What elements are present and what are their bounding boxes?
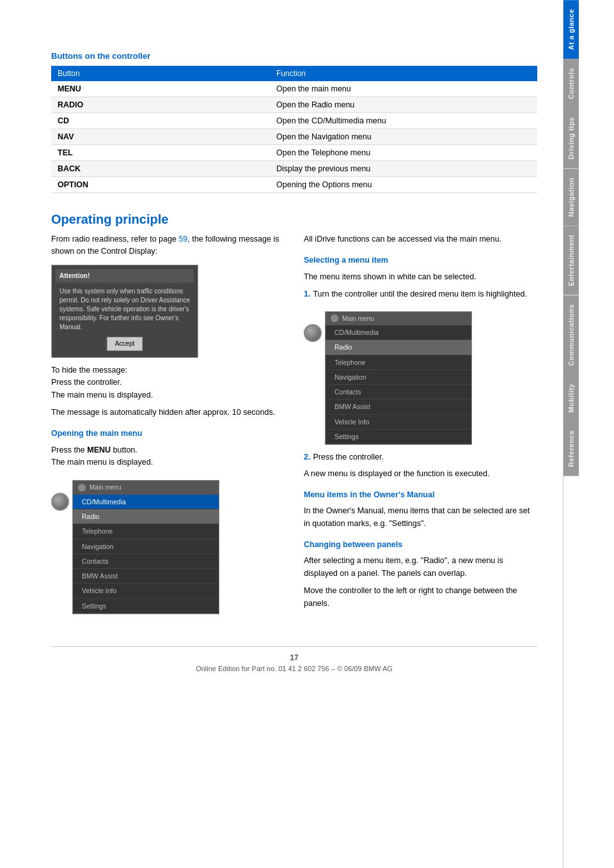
op-heading: Operating principle (51, 212, 537, 227)
menu-item[interactable]: CD/Multimedia (73, 495, 219, 509)
auto-hidden-text: The message is automatically hidden afte… (51, 407, 285, 419)
function-cell: Open the Radio menu (270, 97, 537, 113)
sidebar-tab-reference[interactable]: Reference (563, 421, 579, 476)
button-cell: RADIO (51, 97, 270, 113)
function-cell: Opening the Options menu (270, 177, 537, 193)
changing-panels-text2: Move the controller to the left or right… (304, 585, 537, 610)
owners-manual-heading: Menu items in the Owner's Manual (304, 489, 537, 501)
main-menu-with-knob: Main menu CD/MultimediaRadioTelephoneNav… (51, 474, 285, 621)
button-cell: TEL (51, 145, 270, 161)
menu-button-label: MENU (87, 446, 111, 454)
menu-item[interactable]: Contacts (326, 385, 471, 399)
button-cell: NAV (51, 129, 270, 145)
left-column: From radio readiness, refer to page 59, … (51, 233, 285, 621)
menu-item[interactable]: CD/Multimedia (326, 325, 471, 340)
menu-item[interactable]: Settings (73, 599, 219, 614)
table-row: OPTIONOpening the Options menu (51, 177, 537, 193)
menu-title-icon-right (331, 314, 338, 322)
function-cell: Open the main menu (270, 81, 537, 97)
menu-item[interactable]: Telephone (326, 355, 471, 370)
table-row: MENUOpen the main menu (51, 81, 537, 97)
owners-manual-text: In the Owner's Manual, menu items that c… (304, 505, 537, 530)
menu-item[interactable]: Radio (73, 509, 219, 524)
menu-item[interactable]: BMW Assist (73, 569, 219, 584)
button-cell: MENU (51, 81, 270, 97)
main-menu-screen-left: Main menu CD/MultimediaRadioTelephoneNav… (72, 480, 219, 614)
menu-items-right: CD/MultimediaRadioTelephoneNavigationCon… (326, 325, 471, 444)
function-cell: Open the Telephone menu (270, 145, 537, 161)
accept-button[interactable]: Accept (107, 337, 143, 351)
table-row: TELOpen the Telephone menu (51, 145, 537, 161)
menu-item[interactable]: Vehicle Info (73, 584, 219, 598)
sidebar: At a glanceControlsDriving tipsNavigatio… (563, 0, 591, 868)
step2-text: 2.Press the controller. (304, 451, 537, 463)
buttons-section: Buttons on the controller Button Functio… (51, 51, 537, 193)
changing-panels-text1: After selecting a menu item, e.g. "Radio… (304, 555, 537, 580)
main-menu-screen-right: Main menu CD/MultimediaRadioTelephoneNav… (325, 311, 472, 446)
col1-header: Button (51, 66, 270, 81)
menu-item[interactable]: Settings (326, 430, 471, 444)
step1-text: 1.Turn the controller until the desired … (304, 288, 537, 300)
button-cell: OPTION (51, 177, 270, 193)
sidebar-tab-entertainment[interactable]: Entertainment (563, 226, 579, 295)
operating-principle-section: Operating principle From radio readiness… (51, 212, 537, 621)
selecting-text: The menu items shown in white can be sel… (304, 271, 537, 283)
page-container: Buttons on the controller Button Functio… (0, 0, 614, 868)
sidebar-tab-communications[interactable]: Communications (563, 295, 579, 375)
table-row: RADIOOpen the Radio menu (51, 97, 537, 113)
attention-title: Attention! (56, 269, 194, 283)
menu-item[interactable]: Contacts (73, 554, 219, 569)
function-cell: Open the CD/Multimedia menu (270, 113, 537, 129)
sidebar-tab-navigation[interactable]: Navigation (563, 169, 579, 226)
footer-text: Online Edition for Part no. 01 41 2 602 … (51, 665, 537, 672)
sidebar-tabs: At a glanceControlsDriving tipsNavigatio… (563, 0, 591, 476)
opening-main-menu-heading: Opening the main menu (51, 428, 285, 440)
two-column-layout: From radio readiness, refer to page 59, … (51, 233, 537, 621)
sidebar-tab-driving-tips[interactable]: Driving tips (563, 108, 579, 169)
opening-main-menu-text: Press the MENU button.The main menu is d… (51, 444, 285, 469)
right-intro: All iDrive functions can be accessed via… (304, 233, 537, 245)
sidebar-tab-at-a-glance[interactable]: At a glance (563, 0, 579, 59)
opening-main-menu: Opening the main menu Press the MENU but… (51, 428, 285, 469)
button-cell: CD (51, 113, 270, 129)
function-cell: Display the previous menu (270, 161, 537, 177)
sidebar-tab-mobility[interactable]: Mobility (563, 375, 579, 422)
controller-table: Button Function MENUOpen the main menuRA… (51, 66, 537, 193)
changing-panels-heading: Changing between panels (304, 539, 537, 551)
menu-item[interactable]: Telephone (73, 524, 219, 539)
main-content: Buttons on the controller Button Functio… (0, 0, 563, 868)
col2-header: Function (270, 66, 537, 81)
step2-result: A new menu is displayed or the function … (304, 468, 537, 480)
menu-item[interactable]: BMW Assist (326, 399, 471, 414)
table-row: CDOpen the CD/Multimedia menu (51, 113, 537, 129)
menu-item[interactable]: Radio (326, 340, 471, 355)
menu-item[interactable]: Navigation (326, 370, 471, 385)
menu-title-bar-left: Main menu (73, 481, 219, 495)
attention-screen: Attention! Use this system only when tra… (51, 265, 198, 358)
table-row: BACKDisplay the previous menu (51, 161, 537, 177)
selecting-heading: Selecting a menu item (304, 254, 537, 267)
function-cell: Open the Navigation menu (270, 129, 537, 145)
page-number: 17 (51, 653, 537, 662)
menu-item[interactable]: Vehicle Info (326, 415, 471, 430)
right-column: All iDrive functions can be accessed via… (304, 233, 537, 621)
buttons-heading: Buttons on the controller (51, 51, 537, 61)
page-footer: 17 Online Edition for Part no. 01 41 2 6… (51, 646, 537, 672)
sidebar-tab-controls[interactable]: Controls (563, 59, 579, 108)
button-cell: BACK (51, 161, 270, 177)
menu-title-bar-right: Main menu (326, 312, 471, 326)
table-row: NAVOpen the Navigation menu (51, 129, 537, 145)
menu-items-left: CD/MultimediaRadioTelephoneNavigationCon… (73, 495, 219, 614)
main-menu-with-knob-right: Main menu CD/MultimediaRadioTelephoneNav… (304, 305, 537, 452)
intro-paragraph: From radio readiness, refer to page 59, … (51, 233, 285, 258)
menu-item[interactable]: Navigation (73, 539, 219, 554)
page-link[interactable]: 59 (178, 235, 187, 244)
controller-knob (51, 493, 69, 511)
controller-knob-right (304, 324, 322, 342)
attention-text: Use this system only when traffic condit… (56, 284, 194, 334)
hide-message-text: To hide the message:Press the controller… (51, 364, 285, 401)
menu-title-icon-left (78, 484, 86, 492)
